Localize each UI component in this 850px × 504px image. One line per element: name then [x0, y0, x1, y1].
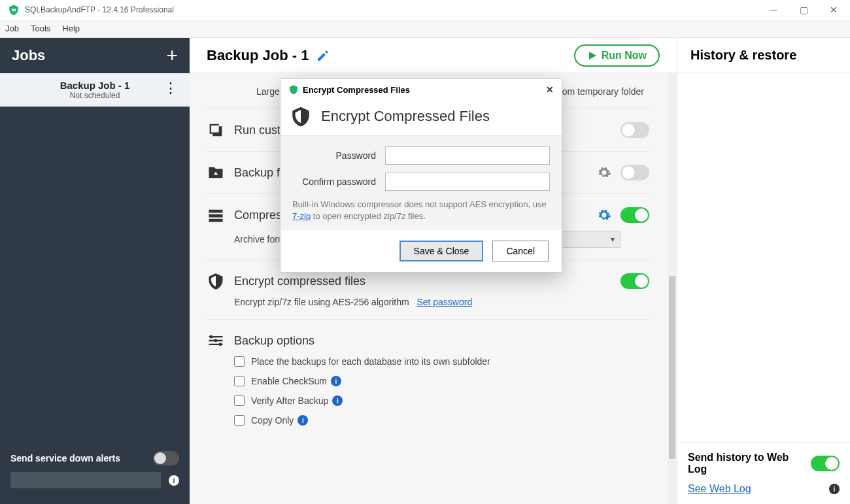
opt-checksum-checkbox[interactable]	[234, 376, 245, 386]
encrypt-toggle[interactable]	[620, 273, 649, 289]
scrollbar[interactable]	[668, 73, 677, 504]
close-icon[interactable]: ✕	[546, 84, 554, 95]
info-icon[interactable]: i	[169, 475, 179, 486]
set-password-link[interactable]: Set password	[416, 297, 472, 307]
svg-point-1	[214, 339, 218, 343]
script-icon	[207, 121, 225, 139]
minimize-button[interactable]: ─	[758, 0, 789, 20]
sidebar-title: Jobs	[12, 47, 45, 64]
app-logo-icon	[288, 84, 299, 95]
gear-icon[interactable]	[597, 208, 611, 222]
section-backup-options: Backup options	[234, 334, 314, 348]
maximize-button[interactable]: ▢	[789, 0, 819, 20]
password-input[interactable]	[385, 146, 550, 165]
opt-copyonly-label: Copy Only	[251, 415, 294, 426]
gear-icon[interactable]	[597, 165, 611, 180]
service-alerts-label: Send service down alerts	[10, 453, 120, 463]
folder-icon	[207, 163, 225, 182]
sevenzip-link[interactable]: 7-zip	[292, 211, 311, 221]
job-list-item[interactable]: Backup Job - 1 Not scheduled ⋮	[0, 73, 190, 107]
job-name: Backup Job - 1	[12, 80, 178, 91]
see-weblog-link[interactable]: See Web Log	[688, 483, 751, 495]
dialog-hint: Built-in Windows compressor does not sup…	[292, 199, 550, 222]
info-icon[interactable]: i	[332, 395, 343, 406]
run-now-button[interactable]: Run Now	[574, 44, 660, 67]
run-now-label: Run Now	[602, 50, 647, 61]
dialog-window-title: Encrypt Compressed Files	[303, 85, 410, 95]
menu-help[interactable]: Help	[62, 24, 80, 33]
weblog-toggle[interactable]	[811, 456, 840, 471]
weblog-label: Send history to Web Log	[688, 452, 792, 475]
opt-subfolder-checkbox[interactable]	[234, 356, 245, 367]
shield-icon	[290, 105, 312, 127]
sidebar-footer: Send service down alerts i	[0, 442, 190, 504]
scrollbar-thumb[interactable]	[669, 276, 675, 459]
kebab-icon[interactable]: ⋮	[163, 81, 178, 95]
window-title: SQLBackupAndFTP - 12.4.16 Professional	[25, 5, 758, 14]
close-button[interactable]: ✕	[819, 0, 849, 20]
encrypt-desc: Encrypt zip/7z file using AES-256 algori…	[234, 297, 409, 307]
svg-point-2	[219, 343, 222, 346]
opt-subfolder-label: Place the backups for each database into…	[251, 356, 490, 367]
opt-checksum-label: Enable CheckSum	[251, 376, 327, 386]
opt-verify-label: Verify After Backup	[251, 395, 328, 406]
confirm-password-label: Confirm password	[292, 176, 376, 187]
sidebar-header: Jobs +	[0, 38, 190, 73]
save-close-button[interactable]: Save & Close	[400, 241, 484, 261]
backup-folders-toggle[interactable]	[620, 165, 649, 180]
info-icon[interactable]: i	[298, 415, 308, 426]
menu-job[interactable]: Job	[5, 24, 19, 33]
shield-icon	[207, 272, 225, 290]
email-field[interactable]	[10, 472, 161, 488]
titlebar: SQLBackupAndFTP - 12.4.16 Professional ─…	[0, 0, 850, 20]
service-alerts-toggle[interactable]	[153, 451, 179, 465]
password-label: Password	[292, 150, 376, 161]
edit-icon[interactable]	[316, 49, 330, 62]
history-header: History & restore	[677, 38, 850, 73]
section-encrypt: Encrypt compressed files	[234, 275, 366, 288]
dialog-heading: Encrypt Compressed Files	[321, 108, 490, 125]
job-status: Not scheduled	[12, 91, 178, 100]
app-logo-icon	[8, 4, 20, 16]
add-job-icon[interactable]: +	[166, 44, 178, 67]
encrypt-dialog: Encrypt Compressed Files ✕ Encrypt Compr…	[280, 78, 562, 273]
svg-point-0	[210, 335, 213, 339]
cancel-button[interactable]: Cancel	[492, 241, 549, 261]
opt-copyonly-checkbox[interactable]	[234, 415, 245, 426]
opt-verify-checkbox[interactable]	[234, 395, 245, 406]
compress-icon	[207, 206, 225, 224]
compress-toggle[interactable]	[620, 207, 649, 223]
info-icon[interactable]: i	[829, 484, 840, 494]
options-icon	[207, 331, 225, 350]
menubar: Job Tools Help	[0, 20, 850, 38]
right-footer: Send history to Web Log See Web Log i	[677, 442, 850, 504]
run-custom-toggle[interactable]	[620, 122, 649, 138]
right-panel: History & restore Send history to Web Lo…	[677, 38, 850, 504]
menu-tools[interactable]: Tools	[31, 24, 50, 33]
sidebar: Jobs + Backup Job - 1 Not scheduled ⋮ Se…	[0, 38, 190, 504]
info-icon[interactable]: i	[331, 376, 341, 386]
page-title: Backup Job - 1	[207, 47, 309, 64]
confirm-password-input[interactable]	[385, 173, 550, 191]
main-header: Backup Job - 1 Run Now	[190, 38, 677, 73]
